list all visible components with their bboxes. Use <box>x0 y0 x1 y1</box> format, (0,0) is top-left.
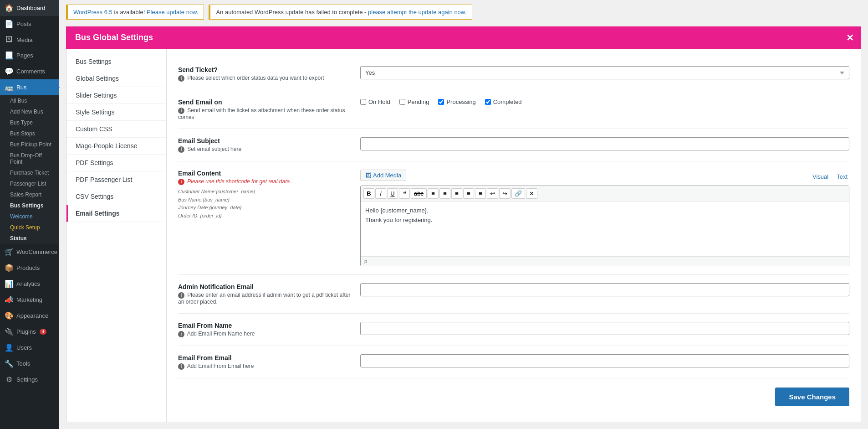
nav-bus-settings[interactable]: Bus Settings <box>66 53 166 70</box>
sidebar-item-plugins[interactable]: 🔌 Plugins 4 <box>0 324 59 340</box>
pending-checkbox[interactable] <box>399 99 405 105</box>
notice-text-2: An automated WordPress update has failed… <box>216 9 368 16</box>
attempt-update-link[interactable]: please attempt the update again now. <box>368 9 466 16</box>
sidebar-subitem-purchase-ticket[interactable]: Purchase Ticket <box>6 167 59 178</box>
toolbar-ordered-list[interactable]: ≡ <box>439 188 450 199</box>
toolbar-align-left[interactable]: ≡ <box>451 188 462 199</box>
nav-pdf-settings[interactable]: PDF Settings <box>66 155 166 171</box>
email-from-email-input[interactable] <box>360 354 849 367</box>
sidebar-item-label: Analytics <box>16 280 40 287</box>
wp-version-link[interactable]: WordPress 6.5 <box>73 9 112 16</box>
nav-custom-css[interactable]: Custom CSS <box>66 121 166 138</box>
processing-checkbox[interactable] <box>438 99 444 105</box>
close-icon[interactable]: ✕ <box>846 32 854 43</box>
sidebar-item-posts[interactable]: 📄 Posts <box>0 16 59 32</box>
sidebar-subitem-status[interactable]: Status <box>6 233 59 244</box>
nav-mage-people-license[interactable]: Mage-People License <box>66 138 166 155</box>
on-hold-checkbox[interactable] <box>360 99 366 105</box>
sidebar-item-dashboard[interactable]: 🏠 Dashboard <box>0 0 59 16</box>
toolbar-remove-format[interactable]: ✕ <box>526 188 537 199</box>
form-row-email-from-name: Email From Name i Add Email From Name he… <box>178 314 849 346</box>
sidebar-item-tools[interactable]: 🔧 Tools <box>0 356 59 372</box>
sidebar-subitem-all-bus[interactable]: All Bus <box>6 95 59 106</box>
sidebar-subitem-bus-type[interactable]: Bus Type <box>6 117 59 128</box>
sidebar-subitem-bus-settings[interactable]: Bus Settings <box>6 200 59 211</box>
sidebar-subitem-bus-stops[interactable]: Bus Stops <box>6 128 59 139</box>
editor-tab-text[interactable]: Text <box>835 172 849 181</box>
toolbar-redo[interactable]: ↪ <box>499 188 511 199</box>
sidebar-item-media[interactable]: 🖼 Media <box>0 32 59 47</box>
toolbar-align-right[interactable]: ≡ <box>475 188 486 199</box>
nav-slider-settings[interactable]: Slider Settings <box>66 87 166 104</box>
sidebar-subitem-welcome[interactable]: Welcome <box>6 211 59 222</box>
add-media-label: Add Media <box>373 172 401 179</box>
sidebar-item-pages[interactable]: 📃 Pages <box>0 47 59 63</box>
checkbox-pending[interactable]: Pending <box>399 98 429 105</box>
on-hold-label: On Hold <box>368 98 390 105</box>
toolbar-unordered-list[interactable]: ≡ <box>428 188 439 199</box>
add-media-button[interactable]: 🖼 Add Media <box>360 170 406 181</box>
sidebar-item-products[interactable]: 📦 Products <box>0 260 59 276</box>
nav-pdf-passenger-list[interactable]: PDF Passenger List <box>66 171 166 188</box>
editor-area[interactable]: Hello {customer_name}, Thank you for reg… <box>361 202 849 256</box>
editor-tabs: Visual Text <box>811 172 849 181</box>
toolbar-undo[interactable]: ↩ <box>487 188 498 199</box>
toolbar-link[interactable]: 🔗 <box>511 188 525 199</box>
send-email-on-title: Send Email on <box>178 98 351 106</box>
sidebar-item-marketing[interactable]: 📣 Marketing <box>0 292 59 308</box>
notice-text-1: is available! <box>114 9 147 16</box>
sidebar-item-appearance[interactable]: 🎨 Appearance <box>0 308 59 324</box>
email-subject-input-col <box>360 137 849 150</box>
nav-email-settings[interactable]: Email Settings <box>66 205 166 222</box>
form-row-send-ticket: Send Ticket? i Please select which order… <box>178 58 849 90</box>
sidebar-item-bus[interactable]: 🚌 Bus <box>0 79 59 95</box>
plugins-icon: 🔌 <box>5 327 14 336</box>
sidebar-item-label: Media <box>16 36 32 43</box>
woocommerce-icon: 🛒 <box>5 248 14 256</box>
send-ticket-select[interactable]: Yes No <box>360 66 849 79</box>
nav-csv-settings[interactable]: CSV Settings <box>66 188 166 205</box>
sidebar-item-settings[interactable]: ⚙ Settings <box>0 372 59 388</box>
sidebar-subitem-bus-dropoff[interactable]: Bus Drop-Off Point <box>6 150 59 167</box>
checkbox-on-hold[interactable]: On Hold <box>360 98 390 105</box>
notice-auto-update-failed: An automated WordPress update has failed… <box>209 5 472 20</box>
form-row-send-email-on: Send Email on i Send email with the tick… <box>178 90 849 129</box>
pages-icon: 📃 <box>5 51 14 60</box>
toolbar-underline[interactable]: U <box>387 188 398 199</box>
checkbox-processing[interactable]: Processing <box>438 98 475 105</box>
toolbar-italic[interactable]: I <box>375 188 386 199</box>
editor-tab-visual[interactable]: Visual <box>811 172 830 181</box>
sidebar-item-users[interactable]: 👤 Users <box>0 340 59 356</box>
sidebar-subitem-quick-setup[interactable]: Quick Setup <box>6 222 59 233</box>
tools-icon: 🔧 <box>5 359 14 368</box>
users-icon: 👤 <box>5 343 14 352</box>
admin-notification-email-input[interactable] <box>360 283 849 296</box>
toolbar-blockquote[interactable]: ❝ <box>399 188 410 199</box>
completed-checkbox[interactable] <box>485 99 491 105</box>
sidebar-subitem-sales-report[interactable]: Sales Report <box>6 189 59 200</box>
sidebar-item-label: Settings <box>16 376 38 383</box>
toolbar-bold[interactable]: B <box>363 188 374 199</box>
please-update-link[interactable]: Please update now. <box>147 9 198 16</box>
nav-global-settings[interactable]: Global Settings <box>66 70 166 87</box>
sidebar-subitem-passenger-list[interactable]: Passenger List <box>6 178 59 189</box>
nav-style-settings[interactable]: Style Settings <box>66 104 166 121</box>
email-from-name-input[interactable] <box>360 322 849 335</box>
email-from-name-info-icon: i <box>178 331 184 337</box>
save-row: Save Changes <box>178 378 849 408</box>
sidebar-subitem-bus-pickup[interactable]: Bus Pickup Point <box>6 139 59 150</box>
checkbox-completed[interactable]: Completed <box>485 98 522 105</box>
admin-notification-email-desc: i Please enter an email address if admin… <box>178 292 351 305</box>
sidebar-item-woocommerce[interactable]: 🛒 WooCommerce <box>0 244 59 260</box>
sidebar-item-comments[interactable]: 💬 Comments <box>0 63 59 79</box>
save-changes-button[interactable]: Save Changes <box>775 388 849 406</box>
email-subject-input[interactable] <box>360 137 849 150</box>
sidebar-subitem-add-new-bus[interactable]: Add New Bus <box>6 106 59 117</box>
sidebar-item-analytics[interactable]: 📊 Analytics <box>0 276 59 292</box>
processing-label: Processing <box>446 98 475 105</box>
send-email-on-desc: i Send email with the ticket as attachme… <box>178 107 351 120</box>
toolbar-align-center[interactable]: ≡ <box>463 188 474 199</box>
toolbar-strikethrough[interactable]: abc <box>411 188 427 199</box>
page-header: Bus Global Settings ✕ <box>66 26 861 49</box>
email-from-name-desc: i Add Email From Name here <box>178 331 351 337</box>
